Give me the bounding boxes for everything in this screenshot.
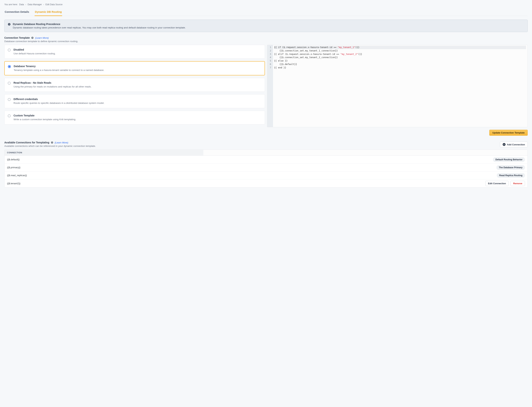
connections-table: CONNECTION {{$.default}}Default Routing …	[4, 149, 528, 188]
tabs-bar: Connection Details Dynamic DB Routing	[4, 8, 528, 16]
table-row: {{$.primary}}The Database Primary	[5, 164, 527, 172]
table-row: {{$.tenant2}}Edit ConnectionRemove	[5, 179, 527, 187]
connection-badge: Default Routing Behavior	[493, 157, 525, 162]
template-option-desc: Use default Hasura connection routing.	[14, 52, 56, 55]
connection-name: {{$.tenant2}}	[7, 182, 20, 185]
svg-rect-1	[9, 24, 9, 25]
radio-icon[interactable]	[8, 98, 11, 101]
template-option-card[interactable]: Custom TemplateWrite a custom connection…	[4, 111, 265, 125]
editor-code-area[interactable]: {{ if ($.request.session.x-hasura-tenant…	[273, 45, 527, 127]
help-icon[interactable]: ?	[31, 37, 34, 39]
template-option-card[interactable]: Database TenancyTenancy template using a…	[4, 61, 265, 75]
template-option-title: Database Tenancy	[14, 65, 104, 68]
template-option-desc: Route specific queries to specific datab…	[14, 102, 104, 104]
section-label-available-connections: Available Connections for Templating	[4, 141, 49, 144]
tab-connection-details[interactable]: Connection Details	[4, 8, 30, 16]
breadcrumb-item: Edit Data Source	[46, 3, 63, 6]
code-editor[interactable]: 1234567 {{ if ($.request.session.x-hasur…	[267, 45, 528, 127]
radio-icon[interactable]	[8, 82, 11, 85]
code-line: {{$.default}}	[274, 63, 526, 66]
line-number: 2	[270, 49, 271, 53]
svg-rect-2	[9, 23, 9, 24]
code-line: {{ else }}	[274, 59, 526, 63]
line-number: 6	[270, 63, 271, 66]
template-option-desc: Tenancy template using a x-hasura-tenant…	[14, 69, 104, 71]
code-line: {{ elif ($.request.session.x-hasura-tena…	[274, 53, 526, 56]
breadcrumb-prefix: You are here:	[4, 3, 18, 6]
line-number: 1	[270, 46, 271, 49]
code-line: {{$.connection_set.my_tenant_2_connectio…	[274, 56, 526, 59]
section-label-connection-template: Connection Template	[4, 36, 30, 39]
template-option-title: Custom Template	[14, 114, 76, 117]
callout-body: Dynamic database routing takes precedenc…	[13, 26, 186, 29]
connection-badge: Read Replica Routing	[497, 173, 525, 178]
radio-icon[interactable]	[8, 49, 11, 51]
connection-name: {{$.read_replicas}}	[7, 174, 27, 177]
code-line: {{$.connection_set.my_tenant_1_connectio…	[274, 49, 526, 53]
template-option-title: Read Replicas - No Stale Reads	[14, 81, 91, 84]
chevron-right-icon: ›	[25, 3, 26, 6]
line-number: 3	[270, 53, 271, 56]
chevron-right-icon: ›	[43, 3, 44, 6]
update-connection-template-button[interactable]: Update Connection Template	[489, 130, 528, 136]
section-desc: Available connections which can be refer…	[4, 145, 96, 147]
editor-gutter: 1234567	[267, 45, 273, 127]
section-desc: Database connection template to define d…	[4, 40, 528, 43]
template-options: DisabledUse default Hasura connection ro…	[4, 45, 265, 125]
callout-title: Dynamic Database Routing Precedence	[13, 23, 186, 25]
edit-connection-button[interactable]: Edit Connection	[485, 181, 509, 186]
tab-dynamic-db-routing[interactable]: Dynamic DB Routing	[35, 8, 62, 16]
precedence-callout: Dynamic Database Routing Precedence Dyna…	[4, 20, 528, 32]
template-option-desc: Using the primary for reads on mutations…	[14, 85, 91, 88]
template-option-title: Disabled	[14, 48, 56, 51]
remove-connection-button[interactable]: Remove	[510, 181, 525, 186]
connection-name: {{$.default}}	[7, 158, 20, 161]
learn-more-link[interactable]: (Learn More)	[35, 37, 49, 39]
info-icon	[8, 23, 11, 26]
plus-circle-icon: +	[503, 143, 506, 146]
column-header-spacer	[203, 150, 527, 156]
add-connection-button[interactable]: + Add Connection	[500, 142, 528, 147]
table-row: {{$.default}}Default Routing Behavior	[5, 156, 527, 164]
add-connection-label: Add Connection	[507, 143, 525, 146]
connection-badge: The Database Primary	[496, 165, 525, 170]
learn-more-link[interactable]: (Learn More)	[55, 141, 68, 144]
template-option-card[interactable]: Different credentialsRoute specific quer…	[4, 94, 265, 108]
line-number: 5	[270, 59, 271, 63]
column-header-connection: CONNECTION	[5, 150, 203, 156]
svg-text:?: ?	[32, 37, 33, 39]
breadcrumb-item[interactable]: Data	[19, 3, 24, 6]
svg-text:?: ?	[51, 142, 52, 143]
template-option-card[interactable]: DisabledUse default Hasura connection ro…	[4, 45, 265, 59]
template-option-desc: Write a custom connection template using…	[14, 118, 76, 121]
code-line: {{ end }}	[274, 66, 526, 70]
template-option-title: Different credentials	[14, 98, 104, 101]
template-option-card[interactable]: Read Replicas - No Stale ReadsUsing the …	[4, 78, 265, 92]
line-number: 7	[270, 66, 271, 70]
connection-name: {{$.primary}}	[7, 166, 20, 169]
line-number: 4	[270, 56, 271, 59]
table-row: {{$.read_replicas}}Read Replica Routing	[5, 172, 527, 179]
breadcrumb-item[interactable]: Data Manager	[28, 3, 42, 6]
radio-icon[interactable]	[8, 114, 11, 117]
help-icon[interactable]: ?	[51, 141, 53, 144]
breadcrumb: You are here: Data › Data Manager › Edit…	[4, 3, 528, 6]
radio-icon[interactable]	[8, 65, 11, 68]
code-line: {{ if ($.request.session.x-hasura-tenant…	[274, 46, 526, 49]
